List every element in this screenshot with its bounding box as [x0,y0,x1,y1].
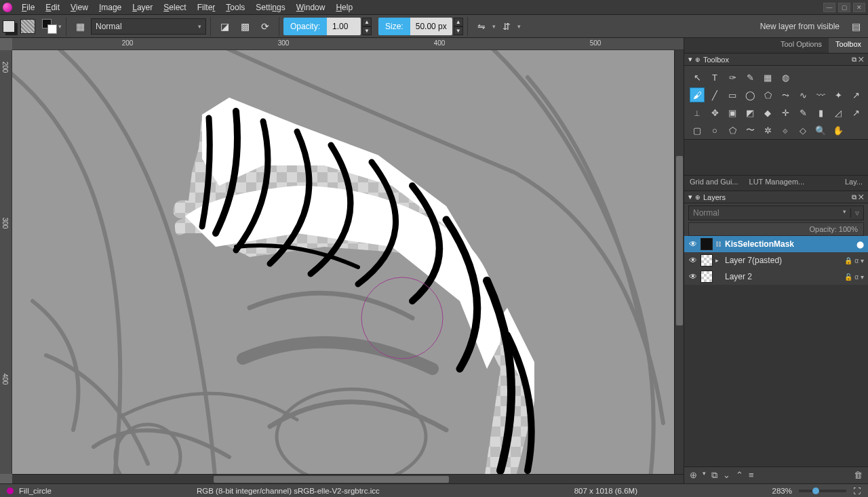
tool-dyna[interactable]: ✦ [831,87,846,102]
tool-select-poly[interactable]: ⬠ [725,123,740,138]
tool-select-magnet[interactable]: 🔍 [813,123,828,138]
canvas[interactable] [12,50,674,474]
layer-blend-select[interactable]: Normal▾▿ [688,205,864,220]
layer-name[interactable]: Layer 2 [725,272,752,281]
menu-settings[interactable]: Settings [250,1,290,14]
size-nudge[interactable]: ▲▼ [454,18,463,35]
tool-select-rect[interactable]: ▢ [690,123,705,138]
tool-pattern-edit[interactable]: ▦ [760,70,775,85]
layer-row-mask[interactable]: 👁 ⛓ KisSelectionMask ⬤ [684,236,868,252]
tool-select-similar[interactable]: ⟐ [778,123,793,138]
opacity-value[interactable]: 1.00 [327,18,361,35]
menu-file[interactable]: File [16,1,40,14]
tool-assistant[interactable]: ◿ [831,105,846,120]
size-control[interactable]: Size: 50.00 px [378,18,452,35]
layer-row-7[interactable]: 👁 ▸ Layer 7(pasted) 🔒α▾ [684,252,868,269]
tool-move[interactable]: ↖ [690,70,705,85]
reload-preset-icon[interactable]: ⟳ [256,17,275,36]
tool-bezier[interactable]: ∿ [795,87,810,102]
opacity-control[interactable]: Opacity: 1.00 [283,18,361,35]
menu-filter[interactable]: Filter [192,1,221,14]
tool-brush[interactable]: 🖌 [690,87,705,102]
tab-lut[interactable]: LUT Managem... [744,176,810,191]
tool-deform[interactable]: ◩ [743,105,757,120]
eraser-toggle-icon[interactable]: ◪ [215,17,234,36]
layer-name[interactable]: Layer 7(pasted) [725,256,782,265]
blend-mode-select[interactable]: Normal ▾ [91,18,206,35]
menu-help[interactable]: Help [330,1,358,14]
tool-grad[interactable]: ▮ [813,105,828,120]
tab-toolbox[interactable]: Toolbox [829,38,868,53]
lock-icon[interactable]: 🔒 [844,257,852,264]
tool-transform[interactable] [795,70,810,85]
mirror-vertical-icon[interactable]: ⇵ [497,17,516,36]
tool-calligraphy[interactable]: ✎ [743,70,757,85]
vertical-scrollbar[interactable] [674,50,684,474]
tool-move-layer[interactable]: ✥ [707,105,722,120]
window-minimize[interactable]: — [823,3,835,12]
menu-window[interactable]: Window [291,1,331,14]
tool-rectangle[interactable]: ▭ [725,87,740,102]
brush-preset-swatch[interactable] [3,20,15,33]
tool-smart-patch[interactable]: ✎ [795,105,810,120]
zoom-fit-icon[interactable]: ⛶ [853,487,861,495]
delete-layer-icon[interactable]: 🗑 [854,470,863,481]
tool-pan[interactable]: ✋ [831,123,846,138]
tool-select-bezier[interactable]: ◇ [795,123,810,138]
tool-freehand-path[interactable]: 〰 [813,87,828,102]
duplicate-layer-icon[interactable]: ⧉ [711,470,717,481]
menu-edit[interactable]: Edit [40,1,65,14]
mask-active-icon[interactable]: ⬤ [856,241,864,248]
menu-view[interactable]: View [65,1,94,14]
mask-link-icon[interactable]: ⛓ [715,241,722,247]
add-layer-icon[interactable]: ⊕ [690,470,697,481]
size-value[interactable]: 50.00 px [410,18,452,35]
tool-color-picker[interactable]: ✛ [778,105,793,120]
move-down-icon[interactable]: ⌄ [723,470,730,481]
tab-tool-options[interactable]: Tool Options [774,38,829,53]
tool-line[interactable]: ╱ [707,87,722,102]
color-popup-arrow[interactable]: ▾ [58,23,62,30]
tool-gradient-edit[interactable]: ◍ [778,70,793,85]
lock-icon[interactable]: 🔓 [844,273,852,281]
mirror-horizontal-icon[interactable]: ⇋ [472,17,491,36]
tool-measure[interactable]: ↗ [848,105,863,120]
pattern-swatch[interactable] [20,19,35,34]
tool-select-ellipse[interactable]: ○ [707,123,722,138]
zoom-slider[interactable] [799,490,846,492]
layer-name[interactable]: KisSelectionMask [725,239,794,249]
horizontal-scrollbar[interactable] [12,474,684,483]
visibility-icon[interactable]: 👁 [688,256,698,265]
window-maximize[interactable]: ▢ [838,3,850,12]
tool-ellipse[interactable]: ◯ [743,87,757,102]
tab-layers-short[interactable]: Lay... [840,176,868,191]
menu-image[interactable]: Image [94,1,127,14]
window-close[interactable]: ✕ [853,3,865,12]
menu-tools[interactable]: Tools [220,1,250,14]
tool-select-free[interactable]: 〜 [743,123,757,138]
tool-transform2[interactable]: ▣ [725,105,740,120]
tool-polygon[interactable]: ⬠ [760,87,775,102]
expand-icon[interactable]: ▸ [715,257,722,264]
tool-text[interactable]: T [707,70,722,85]
tool-select-contig[interactable]: ✲ [760,123,775,138]
layer-opacity[interactable]: Opacity: 100% [688,222,864,236]
tool-crop[interactable]: ⟂ [690,105,705,120]
workspace-chooser-icon[interactable]: ▤ [846,17,865,36]
tool-polyline[interactable]: ⤳ [778,87,793,102]
opacity-nudge[interactable]: ▲▼ [362,18,372,35]
tool-edit-shapes[interactable]: ✑ [725,70,740,85]
menu-layer[interactable]: Layer [127,1,158,14]
zoom-value[interactable]: 283% [772,487,792,495]
layer-row-2[interactable]: 👁 Layer 2 🔓α▾ [684,269,868,285]
fg-bg-color[interactable] [42,19,57,34]
properties-icon[interactable]: ≡ [749,470,754,481]
menu-select[interactable]: Select [158,1,191,14]
move-up-icon[interactable]: ⌃ [736,470,743,481]
visibility-icon[interactable]: 👁 [688,239,698,249]
tool-fill[interactable]: ◆ [760,105,775,120]
brush-editor-icon[interactable]: ▦ [71,17,90,36]
tool-multibrush[interactable]: ↗ [848,87,863,102]
visibility-icon[interactable]: 👁 [688,272,698,281]
alpha-lock-icon[interactable]: ▩ [235,17,254,36]
